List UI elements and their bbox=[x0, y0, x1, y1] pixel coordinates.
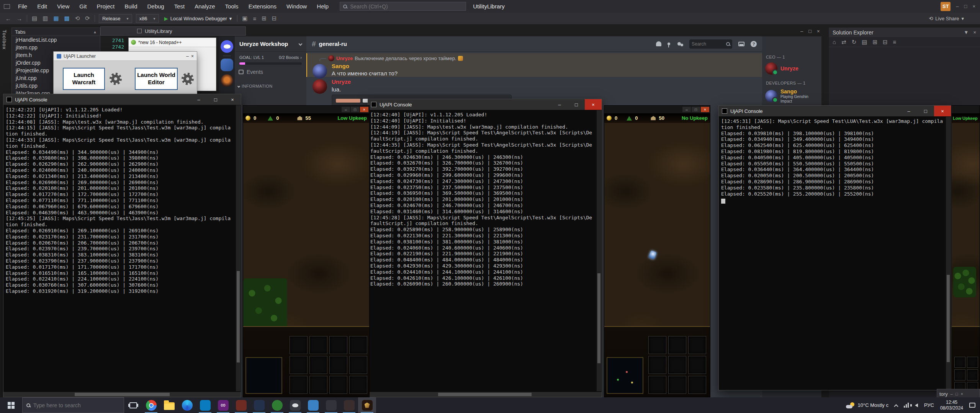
command-button[interactable] bbox=[688, 356, 706, 374]
floating-tab-label[interactable]: UtilityLibrary bbox=[145, 28, 172, 34]
save-all-icon[interactable]: ▩ bbox=[62, 15, 72, 22]
pin-icon[interactable]: ▼ bbox=[964, 29, 969, 35]
command-button[interactable] bbox=[967, 369, 978, 380]
notifications-bell-icon[interactable] bbox=[656, 41, 661, 46]
live-share-button[interactable]: ⟲ Live Share▾ bbox=[929, 16, 964, 21]
maximize-button[interactable]: □ bbox=[351, 107, 359, 112]
menu-edit[interactable]: Edit bbox=[32, 0, 52, 13]
close-icon[interactable]: × bbox=[817, 28, 820, 34]
floating-tab-group[interactable]: UtilityLibrary bbox=[100, 26, 246, 36]
weather-widget[interactable]: 10°C Mostly c bbox=[846, 402, 888, 408]
toolbox-tab[interactable]: Toolbox bbox=[2, 30, 11, 83]
task-view-button[interactable] bbox=[124, 397, 142, 413]
menu-git[interactable]: Git bbox=[74, 0, 92, 13]
avatar[interactable] bbox=[312, 79, 327, 94]
command-button[interactable] bbox=[967, 357, 978, 368]
command-button[interactable] bbox=[349, 376, 367, 394]
console-titlebar[interactable]: UjAPI Console – □ × bbox=[368, 99, 602, 110]
game-titlebar[interactable] bbox=[952, 106, 980, 113]
minimize-button[interactable]: – bbox=[682, 107, 691, 112]
launcher-titlebar[interactable]: UjAPI Launcher – × bbox=[54, 52, 197, 61]
discord-home-icon[interactable] bbox=[221, 40, 233, 53]
command-button[interactable] bbox=[329, 356, 347, 374]
taskbar-item-discord[interactable] bbox=[286, 397, 304, 413]
command-button[interactable] bbox=[954, 357, 965, 368]
close-button[interactable]: × bbox=[701, 107, 709, 112]
minimap[interactable] bbox=[245, 357, 282, 394]
vertical-scrollbar[interactable] bbox=[946, 117, 951, 389]
toolbar-icon[interactable]: ▣ bbox=[240, 15, 250, 22]
tabs-panel-header[interactable]: Tabs ▲ bbox=[12, 28, 100, 36]
pinned-messages-icon[interactable] bbox=[668, 42, 670, 45]
inbox-icon[interactable] bbox=[738, 42, 744, 46]
message-author[interactable]: Sango bbox=[332, 63, 349, 69]
maximize-button[interactable]: □ bbox=[917, 106, 934, 116]
taskbar-item-app1[interactable] bbox=[232, 397, 250, 413]
close-button[interactable]: × bbox=[934, 106, 951, 116]
platform-dropdown[interactable]: x86▾ bbox=[136, 14, 159, 23]
start-button[interactable] bbox=[0, 397, 22, 413]
command-button[interactable] bbox=[290, 336, 308, 354]
minimize-button[interactable]: – bbox=[900, 106, 917, 116]
menu-debug[interactable]: Debug bbox=[142, 0, 169, 13]
console-titlebar[interactable]: UjAPI Console – □ × bbox=[719, 106, 951, 116]
undo-icon[interactable]: ⟲ bbox=[73, 15, 82, 22]
menu-project[interactable]: Project bbox=[92, 0, 119, 13]
taskbar-item-vscode[interactable] bbox=[196, 397, 214, 413]
nav-back-icon[interactable]: ← bbox=[3, 15, 13, 22]
vertical-scrollbar[interactable] bbox=[236, 105, 241, 391]
game-titlebar[interactable]: – □ × bbox=[243, 106, 369, 113]
taskbar-item-edge[interactable] bbox=[178, 397, 196, 413]
maximize-button[interactable]: □ bbox=[207, 94, 224, 105]
taskbar-item-chrome[interactable] bbox=[142, 397, 160, 413]
save-icon[interactable]: ▦ bbox=[51, 15, 61, 22]
new-file-icon[interactable]: ▤ bbox=[29, 15, 39, 22]
collapse-all-icon[interactable]: ▤ bbox=[862, 39, 867, 46]
command-button[interactable] bbox=[309, 336, 327, 354]
game-map[interactable] bbox=[604, 123, 710, 397]
maximize-icon[interactable]: □ bbox=[964, 3, 967, 9]
command-button[interactable] bbox=[648, 356, 666, 374]
close-icon[interactable]: × bbox=[191, 54, 194, 59]
member-list-icon[interactable] bbox=[677, 42, 681, 46]
taskbar-item-app3[interactable] bbox=[268, 397, 286, 413]
scroll-up-icon[interactable]: ▲ bbox=[93, 30, 97, 34]
menu-extensions[interactable]: Extensions bbox=[244, 0, 281, 13]
minimize-icon[interactable]: – bbox=[956, 3, 959, 9]
menu-analyze[interactable]: Analyze bbox=[190, 0, 220, 13]
command-button[interactable] bbox=[290, 376, 308, 394]
events-item[interactable]: Events bbox=[235, 65, 306, 79]
maximize-button[interactable]: □ bbox=[568, 99, 585, 110]
command-button[interactable] bbox=[688, 376, 706, 394]
menu-help[interactable]: Help bbox=[312, 0, 334, 13]
minimize-button[interactable]: – bbox=[551, 99, 568, 110]
close-button[interactable]: × bbox=[585, 99, 602, 110]
command-button[interactable] bbox=[349, 336, 367, 354]
taskbar-item-app6[interactable] bbox=[340, 397, 358, 413]
vs-search-box[interactable] bbox=[340, 2, 466, 11]
taskbar-item-app2[interactable] bbox=[250, 397, 268, 413]
launch-warcraft-button[interactable]: Launch Warcraft bbox=[63, 68, 105, 90]
menu-tools[interactable]: Tools bbox=[220, 0, 244, 13]
taskbar-clock[interactable]: 12:45 08/03/2024 bbox=[940, 400, 963, 411]
unit-sprite[interactable] bbox=[648, 250, 657, 260]
solution-explorer-titlebar[interactable]: Solution Explorer ▼ × bbox=[829, 28, 980, 37]
help-icon[interactable]: ? bbox=[751, 41, 757, 47]
close-icon[interactable]: × bbox=[960, 392, 963, 396]
horizontal-scrollbar[interactable] bbox=[368, 392, 602, 397]
command-button[interactable] bbox=[688, 336, 706, 354]
maximize-button[interactable]: □ bbox=[692, 107, 700, 112]
server-icon[interactable] bbox=[221, 59, 233, 71]
command-button[interactable] bbox=[954, 369, 965, 380]
menu-file[interactable]: File bbox=[13, 0, 32, 13]
properties-icon[interactable]: ⊟ bbox=[883, 39, 888, 46]
taskbar-item-warcraft-active[interactable] bbox=[358, 397, 376, 413]
message-author[interactable]: Unryze bbox=[332, 78, 351, 85]
menu-build[interactable]: Build bbox=[119, 0, 142, 13]
server-header[interactable]: Unryze Workshop bbox=[235, 36, 306, 52]
notepad-titlebar[interactable]: *new 16 - Notepad++ bbox=[129, 38, 216, 47]
volume-icon[interactable] bbox=[915, 403, 918, 407]
command-button[interactable] bbox=[329, 376, 347, 394]
home-icon[interactable]: ⌂ bbox=[833, 39, 836, 45]
taskbar-item-file-explorer[interactable] bbox=[160, 397, 178, 413]
